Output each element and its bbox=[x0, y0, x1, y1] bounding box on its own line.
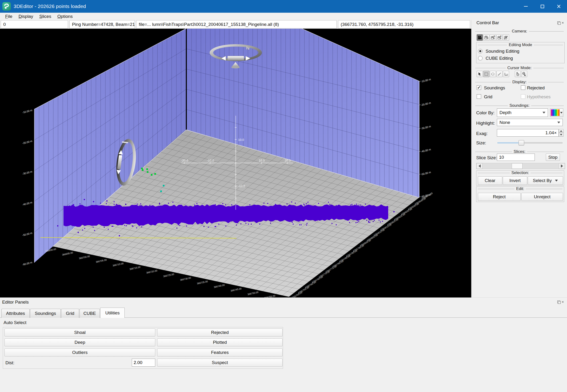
clear-button[interactable]: Clear bbox=[478, 176, 502, 185]
scrollbar-left-arrow[interactable] bbox=[476, 163, 482, 169]
invert-button[interactable]: Invert bbox=[503, 176, 527, 185]
selection-label: Selection: bbox=[511, 170, 529, 175]
svg-text:-40.00 m: -40.00 m bbox=[421, 148, 431, 153]
panel-close-icon[interactable]: × bbox=[561, 21, 564, 24]
stop-button[interactable]: Stop bbox=[546, 154, 560, 161]
outliers-button[interactable]: Outliers bbox=[4, 349, 155, 356]
scrollbar-thumb[interactable] bbox=[512, 163, 523, 169]
menu-bar: File Display Slices Options bbox=[0, 13, 567, 20]
minimize-icon bbox=[524, 6, 528, 7]
unreject-button[interactable]: Unreject bbox=[521, 193, 563, 201]
tab-grid[interactable]: Grid bbox=[61, 309, 79, 318]
spin-down-icon[interactable] bbox=[559, 133, 564, 137]
scrollbar-track[interactable] bbox=[482, 163, 559, 169]
slice-scrollbar[interactable] bbox=[476, 163, 565, 169]
cursor-mode-separator: Cursor Mode: bbox=[475, 66, 564, 70]
svg-text:10.0: 10.0 bbox=[238, 138, 244, 141]
svg-text:366755.00: 366755.00 bbox=[264, 294, 275, 297]
selection-separator: Selection: bbox=[478, 171, 563, 175]
cursor-point-probe-button[interactable] bbox=[515, 71, 521, 77]
color-by-label: Color By: bbox=[476, 110, 495, 115]
app-icon bbox=[2, 2, 11, 11]
3d-viewport[interactable]: 10.0-10.0-20.0-10.010.020.0-10.00 m-20.0… bbox=[0, 29, 471, 297]
color-by-dropdown[interactable]: Depth bbox=[497, 108, 548, 117]
menu-display[interactable]: Display bbox=[15, 13, 36, 20]
tab-cube[interactable]: CUBE bbox=[80, 309, 100, 318]
colormap-button[interactable] bbox=[550, 108, 563, 117]
camera-north-view-button[interactable]: N bbox=[490, 34, 496, 41]
rejected-button[interactable]: Rejected bbox=[157, 328, 283, 336]
svg-text:366720.00: 366720.00 bbox=[146, 269, 158, 274]
spin-up-icon[interactable] bbox=[559, 129, 564, 133]
svg-text:-60.00 m: -60.00 m bbox=[22, 261, 32, 266]
soundings-section-label: Soundings: bbox=[509, 103, 529, 108]
svg-text:366725.00: 366725.00 bbox=[163, 273, 175, 278]
slices-section-label: Slices: bbox=[514, 149, 525, 154]
close-button[interactable]: × bbox=[551, 0, 567, 13]
control-bar-panel: Control Bar × Camera: N E Editing Mode bbox=[471, 20, 567, 297]
cursor-corner-select-button[interactable] bbox=[503, 71, 509, 77]
svg-text:-50.00 m: -50.00 m bbox=[421, 171, 431, 176]
tab-utilities[interactable]: Utilities bbox=[100, 308, 125, 318]
surface-pick-icon bbox=[522, 72, 526, 76]
camera-east-view-button[interactable]: E bbox=[496, 34, 503, 41]
camera-icon bbox=[484, 35, 489, 40]
cursor-line-select-button[interactable] bbox=[496, 71, 503, 77]
slice-size-input[interactable]: 10 bbox=[497, 154, 535, 161]
size-label: Size: bbox=[476, 140, 486, 146]
menu-slices[interactable]: Slices bbox=[36, 13, 54, 20]
shoal-button[interactable]: Shoal bbox=[4, 328, 155, 336]
tab-attributes[interactable]: Attributes bbox=[1, 309, 30, 318]
suspect-button[interactable]: Suspect bbox=[157, 359, 283, 367]
status-field-count: 0 bbox=[1, 20, 68, 28]
soundings-checkbox[interactable]: ✓ bbox=[477, 85, 481, 90]
status-field-file: file=... lumn\FishTraps\Part3\0012_20040… bbox=[136, 20, 337, 28]
svg-text:-20.00 m: -20.00 m bbox=[22, 140, 32, 145]
highlight-dropdown[interactable]: None bbox=[497, 119, 563, 126]
camera-east-icon: E bbox=[497, 35, 502, 40]
dist-input[interactable]: 2.00 bbox=[132, 359, 155, 367]
features-button[interactable]: Features bbox=[157, 349, 283, 356]
exag-spinner[interactable] bbox=[559, 129, 564, 137]
camera-off-button[interactable] bbox=[503, 34, 509, 41]
sounding-editing-radio[interactable] bbox=[478, 49, 482, 53]
exag-input[interactable]: 1.04× bbox=[497, 129, 559, 137]
lasso-select-icon bbox=[491, 72, 495, 76]
camera-reset-button[interactable] bbox=[483, 34, 489, 41]
plotted-button[interactable]: Plotted bbox=[157, 338, 283, 346]
tab-soundings[interactable]: Soundings bbox=[30, 309, 61, 318]
cursor-surface-pick-button[interactable] bbox=[521, 71, 527, 77]
cursor-rectangle-select-button[interactable] bbox=[483, 71, 489, 77]
svg-text:366705.00: 366705.00 bbox=[96, 258, 107, 263]
scrollbar-right-arrow[interactable] bbox=[559, 163, 565, 169]
menu-file[interactable]: File bbox=[2, 13, 15, 20]
panel-close-icon[interactable]: × bbox=[561, 301, 564, 303]
minimize-button[interactable] bbox=[518, 0, 534, 13]
rejected-checkbox[interactable] bbox=[521, 85, 525, 90]
reject-button[interactable]: Reject bbox=[478, 193, 521, 201]
cube-editing-radio[interactable] bbox=[478, 56, 482, 60]
close-icon: × bbox=[556, 3, 561, 9]
cursor-mode-label: Cursor Mode: bbox=[508, 66, 532, 70]
camera-perspective-button[interactable] bbox=[477, 34, 483, 41]
maximize-button[interactable] bbox=[534, 0, 551, 13]
grid-checkbox[interactable] bbox=[477, 94, 481, 99]
menu-options[interactable]: Options bbox=[54, 13, 76, 20]
cursor-pointer-button[interactable] bbox=[477, 71, 483, 77]
panel-float-icon[interactable] bbox=[557, 301, 560, 303]
3d-scene[interactable]: 10.0-10.0-20.0-10.010.020.0-10.00 m-20.0… bbox=[0, 29, 471, 297]
editor-panels-title: Editor Panels bbox=[2, 300, 29, 305]
svg-text:366695.00: 366695.00 bbox=[62, 251, 73, 256]
size-slider-handle[interactable] bbox=[519, 140, 524, 146]
color-by-value: Depth bbox=[499, 110, 511, 115]
svg-text:-10.00 m: -10.00 m bbox=[22, 109, 32, 114]
line-select-icon bbox=[497, 72, 502, 76]
svg-text:366715.00: 366715.00 bbox=[129, 266, 141, 271]
chevron-down-icon bbox=[542, 112, 545, 113]
control-bar-title: Control Bar bbox=[476, 20, 499, 25]
select-by-button[interactable]: Select By bbox=[528, 176, 563, 185]
cursor-lasso-select-button[interactable] bbox=[490, 71, 496, 77]
deep-button[interactable]: Deep bbox=[4, 338, 155, 346]
svg-text:366730.00: 366730.00 bbox=[180, 277, 191, 281]
panel-float-icon[interactable] bbox=[557, 21, 560, 24]
